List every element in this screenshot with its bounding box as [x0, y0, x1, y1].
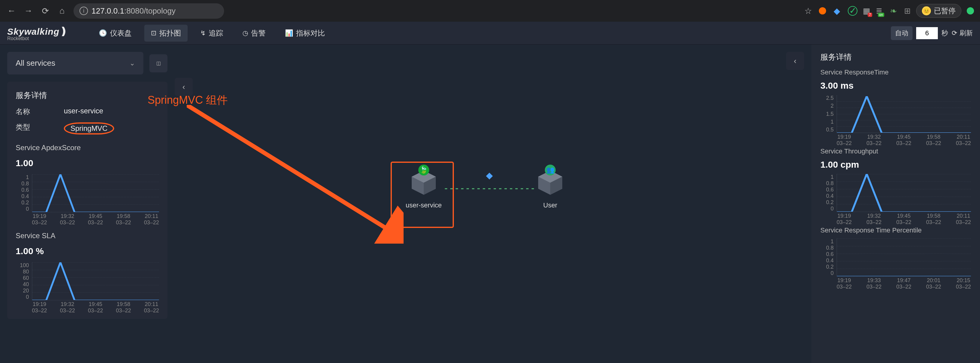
- topology-icon: ⊡: [151, 29, 156, 37]
- rt-chart: 2.521.510.519:1903–2219:3203–2219:4503–2…: [820, 95, 971, 143]
- topology-node-user[interactable]: 👥 User: [535, 168, 565, 209]
- service-filter-select[interactable]: All services ⌄: [7, 52, 143, 75]
- node-cube-icon: 🍃: [409, 168, 439, 198]
- type-value: SpringMVC: [64, 122, 114, 134]
- sla-value: 1.00 %: [16, 246, 159, 256]
- extension-grid-icon[interactable]: ▦7: [863, 6, 870, 16]
- tp-value: 1.00 cpm: [820, 160, 971, 170]
- paused-label: 已暂停: [934, 6, 956, 16]
- face-icon: 😊: [922, 6, 931, 15]
- type-key: 类型: [16, 122, 40, 134]
- sla-chart: 10080604020019:1903–2219:3203–2219:4503–…: [16, 262, 159, 310]
- browser-chrome: ← → ⟳ ⌂ i 127.0.0.1:8080/topology ☆ ◆ ✓ …: [0, 0, 980, 22]
- debugger-paused-pill[interactable]: 😊 已暂停: [916, 4, 961, 18]
- name-key: 名称: [16, 107, 40, 117]
- extension-check-icon[interactable]: ✓: [848, 6, 858, 16]
- tab-dashboard[interactable]: 🕓仪表盘: [92, 25, 138, 42]
- tp-title: Service Throughput: [820, 147, 971, 155]
- tab-trace[interactable]: ↯追踪: [194, 25, 230, 42]
- sla-title: Service SLA: [16, 232, 159, 240]
- node-label: user-service: [406, 201, 442, 209]
- users-icon: 👥: [545, 165, 556, 176]
- refresh-icon: ⟳: [952, 29, 957, 37]
- trace-icon: ↯: [200, 29, 206, 37]
- right-panel-title: 服务详情: [820, 52, 971, 62]
- apdex-title: Service ApdexScore: [16, 144, 159, 152]
- interval-input[interactable]: [916, 27, 938, 39]
- profile-avatar-icon[interactable]: [967, 7, 974, 14]
- pct-chart: 10.80.60.40.2019:1903–2219:3303–2219:470…: [820, 238, 971, 287]
- tab-alarm[interactable]: ◷告警: [236, 25, 272, 42]
- service-filter-label: All services: [16, 59, 55, 68]
- header-right: 自动 秒 ⟳刷新: [891, 26, 973, 40]
- apdex-value: 1.00: [16, 158, 159, 168]
- layout-toggle-button[interactable]: ◫: [150, 54, 167, 72]
- main-nav: 🕓仪表盘 ⊡拓扑图 ↯追踪 ◷告警 📊指标对比: [92, 25, 332, 42]
- url-text: 127.0.0.1:8080/topology: [92, 6, 176, 16]
- layout-icon: ◫: [156, 60, 161, 66]
- brand-sub: Rocketbot: [7, 36, 68, 41]
- pct-title: Service Response Time Percentile: [820, 226, 971, 234]
- right-column: 服务详情 Service ResponseTime 3.00 ms 2.521.…: [811, 45, 980, 363]
- extension-diamond-icon[interactable]: ◆: [832, 6, 842, 16]
- svg-line-0: [187, 105, 391, 232]
- tab-compare[interactable]: 📊指标对比: [278, 25, 332, 42]
- chevron-down-icon: ⌄: [129, 59, 135, 67]
- node-cube-icon: 👥: [535, 168, 565, 198]
- extension-orange-icon[interactable]: [819, 7, 826, 14]
- name-value: user-service: [64, 107, 103, 117]
- topology-node-user-service[interactable]: 🍃 user-service: [406, 168, 442, 209]
- app-header: Skywalking❫ Rocketbot 🕓仪表盘 ⊡拓扑图 ↯追踪 ◷告警 …: [0, 22, 980, 45]
- annotation-arrow-icon: [187, 105, 404, 244]
- edge-marker-icon: [486, 173, 493, 180]
- rt-value: 3.00 ms: [820, 80, 971, 91]
- node-label: User: [543, 201, 557, 209]
- extension-puzzle-icon[interactable]: ⊞: [904, 6, 911, 16]
- topology-edge: [445, 180, 535, 198]
- nav-back-icon[interactable]: ←: [6, 6, 17, 16]
- rt-title: Service ResponseTime: [820, 69, 971, 76]
- auto-refresh-toggle[interactable]: 自动: [891, 26, 913, 40]
- brand-logo: Skywalking❫ Rocketbot: [7, 25, 68, 41]
- extension-list-icon[interactable]: ≣on: [876, 6, 883, 16]
- address-bar[interactable]: i 127.0.0.1:8080/topology: [73, 3, 224, 19]
- apdex-chart: 10.80.60.40.2019:1903–2219:3203–2219:450…: [16, 174, 159, 222]
- refresh-button[interactable]: ⟳刷新: [952, 29, 973, 38]
- panel-title: 服务详情: [16, 90, 159, 101]
- nav-forward-icon[interactable]: →: [23, 6, 34, 16]
- seconds-label: 秒: [942, 29, 948, 38]
- gauge-icon: 🕓: [99, 29, 107, 37]
- bookmark-star-icon[interactable]: ☆: [803, 6, 813, 16]
- tp-chart: 10.80.60.40.2019:1903–2219:3203–2219:450…: [820, 174, 971, 222]
- compare-icon: 📊: [285, 29, 293, 37]
- brand-main: Skywalking: [7, 27, 59, 37]
- nav-reload-icon[interactable]: ⟳: [40, 6, 51, 16]
- main-area: All services ⌄ ◫ 服务详情 名称user-service 类型S…: [0, 45, 980, 363]
- type-value-text: SpringMVC: [64, 122, 114, 134]
- alarm-icon: ◷: [242, 29, 248, 37]
- left-column: All services ⌄ ◫ 服务详情 名称user-service 类型S…: [0, 45, 175, 363]
- service-detail-panel: 服务详情 名称user-service 类型SpringMVC Service …: [7, 82, 167, 319]
- browser-toolbar-right: ☆ ◆ ✓ ▦7 ≣on ❧ ⊞ 😊 已暂停: [803, 4, 974, 18]
- tab-topology[interactable]: ⊡拓扑图: [144, 25, 188, 42]
- panel-collapse-right-button[interactable]: ‹: [786, 52, 804, 70]
- extension-leaf-icon[interactable]: ❧: [888, 6, 899, 16]
- site-info-icon[interactable]: i: [80, 6, 88, 15]
- nav-home-icon[interactable]: ⌂: [57, 6, 67, 16]
- topology-canvas[interactable]: ‹ ‹ SpringMVC 组件 🍃 user-service: [175, 45, 811, 363]
- spring-leaf-icon: 🍃: [418, 165, 429, 176]
